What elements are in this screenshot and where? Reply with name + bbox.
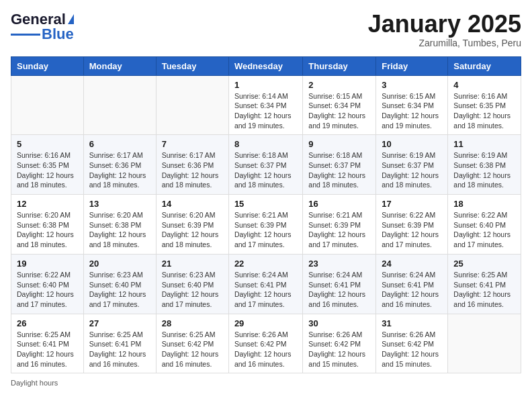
calendar-cell: 13Sunrise: 6:20 AMSunset: 6:38 PMDayligh…: [83, 195, 156, 255]
day-number: 28: [162, 318, 223, 328]
footer-text: Daylight hours: [11, 379, 58, 387]
day-number: 4: [453, 80, 515, 90]
calendar-cell: 30Sunrise: 6:26 AMSunset: 6:42 PMDayligh…: [303, 314, 376, 373]
calendar-cell: [448, 314, 521, 373]
logo-underline: [11, 34, 40, 36]
footer-note: Daylight hours: [11, 379, 521, 387]
day-number: 17: [382, 199, 442, 209]
day-detail: Sunrise: 6:20 AMSunset: 6:39 PMDaylight:…: [162, 210, 223, 250]
calendar-cell: 21Sunrise: 6:23 AMSunset: 6:40 PMDayligh…: [156, 254, 228, 314]
day-detail: Sunrise: 6:17 AMSunset: 6:36 PMDaylight:…: [89, 150, 150, 190]
calendar-cell: 7Sunrise: 6:17 AMSunset: 6:36 PMDaylight…: [156, 135, 228, 195]
calendar-cell: 15Sunrise: 6:21 AMSunset: 6:39 PMDayligh…: [228, 195, 302, 255]
day-number: 24: [382, 259, 442, 269]
day-number: 8: [234, 139, 297, 149]
calendar-cell: 5Sunrise: 6:16 AMSunset: 6:35 PMDaylight…: [11, 135, 84, 195]
day-number: 12: [17, 199, 78, 209]
logo: General Blue: [11, 11, 74, 43]
calendar-cell: 22Sunrise: 6:24 AMSunset: 6:41 PMDayligh…: [228, 254, 302, 314]
day-header-thursday: Thursday: [303, 56, 376, 75]
day-number: 30: [308, 318, 370, 328]
day-detail: Sunrise: 6:24 AMSunset: 6:41 PMDaylight:…: [308, 270, 370, 310]
day-detail: Sunrise: 6:22 AMSunset: 6:40 PMDaylight:…: [453, 210, 515, 250]
calendar-subtitle: Zarumilla, Tumbes, Peru: [368, 38, 521, 48]
day-header-sunday: Sunday: [11, 56, 84, 75]
day-detail: Sunrise: 6:26 AMSunset: 6:42 PMDaylight:…: [382, 330, 442, 369]
calendar-week-row: 12Sunrise: 6:20 AMSunset: 6:38 PMDayligh…: [11, 195, 521, 255]
calendar-cell: 2Sunrise: 6:15 AMSunset: 6:34 PMDaylight…: [303, 75, 376, 135]
calendar-cell: 25Sunrise: 6:25 AMSunset: 6:41 PMDayligh…: [448, 254, 521, 314]
day-number: 23: [308, 259, 370, 269]
day-detail: Sunrise: 6:23 AMSunset: 6:40 PMDaylight:…: [162, 270, 223, 310]
day-detail: Sunrise: 6:26 AMSunset: 6:42 PMDaylight:…: [234, 330, 297, 369]
day-number: 20: [89, 259, 150, 269]
calendar-cell: 27Sunrise: 6:25 AMSunset: 6:41 PMDayligh…: [83, 314, 156, 373]
day-detail: Sunrise: 6:19 AMSunset: 6:38 PMDaylight:…: [453, 150, 515, 190]
calendar-cell: 12Sunrise: 6:20 AMSunset: 6:38 PMDayligh…: [11, 195, 84, 255]
day-detail: Sunrise: 6:25 AMSunset: 6:41 PMDaylight:…: [17, 330, 78, 369]
calendar-cell: 23Sunrise: 6:24 AMSunset: 6:41 PMDayligh…: [303, 254, 376, 314]
day-header-monday: Monday: [83, 56, 156, 75]
calendar-cell: 9Sunrise: 6:18 AMSunset: 6:37 PMDaylight…: [303, 135, 376, 195]
day-detail: Sunrise: 6:19 AMSunset: 6:37 PMDaylight:…: [382, 150, 442, 190]
calendar-table: SundayMondayTuesdayWednesdayThursdayFrid…: [11, 56, 521, 374]
day-detail: Sunrise: 6:20 AMSunset: 6:38 PMDaylight:…: [17, 210, 78, 250]
calendar-cell: 20Sunrise: 6:23 AMSunset: 6:40 PMDayligh…: [83, 254, 156, 314]
day-number: 6: [89, 139, 150, 149]
day-number: 14: [162, 199, 223, 209]
calendar-cell: 10Sunrise: 6:19 AMSunset: 6:37 PMDayligh…: [376, 135, 448, 195]
calendar-cell: 26Sunrise: 6:25 AMSunset: 6:41 PMDayligh…: [11, 314, 84, 373]
day-number: 26: [17, 318, 78, 328]
day-detail: Sunrise: 6:18 AMSunset: 6:37 PMDaylight:…: [234, 150, 297, 190]
calendar-cell: [83, 75, 156, 135]
day-detail: Sunrise: 6:25 AMSunset: 6:41 PMDaylight:…: [453, 270, 515, 310]
day-number: 9: [308, 139, 370, 149]
calendar-cell: 4Sunrise: 6:16 AMSunset: 6:35 PMDaylight…: [448, 75, 521, 135]
calendar-cell: [156, 75, 228, 135]
day-number: 10: [382, 139, 442, 149]
day-detail: Sunrise: 6:25 AMSunset: 6:41 PMDaylight:…: [89, 330, 150, 369]
day-detail: Sunrise: 6:20 AMSunset: 6:38 PMDaylight:…: [89, 210, 150, 250]
day-number: 16: [308, 199, 370, 209]
calendar-week-row: 1Sunrise: 6:14 AMSunset: 6:34 PMDaylight…: [11, 75, 521, 135]
calendar-week-row: 5Sunrise: 6:16 AMSunset: 6:35 PMDaylight…: [11, 135, 521, 195]
day-detail: Sunrise: 6:24 AMSunset: 6:41 PMDaylight:…: [234, 270, 297, 310]
calendar-cell: 19Sunrise: 6:22 AMSunset: 6:40 PMDayligh…: [11, 254, 84, 314]
title-block: January 2025 Zarumilla, Tumbes, Peru: [368, 11, 521, 48]
day-number: 18: [453, 199, 515, 209]
calendar-cell: 3Sunrise: 6:15 AMSunset: 6:34 PMDaylight…: [376, 75, 448, 135]
day-number: 29: [234, 318, 297, 328]
day-number: 19: [17, 259, 78, 269]
calendar-week-row: 19Sunrise: 6:22 AMSunset: 6:40 PMDayligh…: [11, 254, 521, 314]
day-detail: Sunrise: 6:18 AMSunset: 6:37 PMDaylight:…: [308, 150, 370, 190]
day-number: 25: [453, 259, 515, 269]
day-number: 3: [382, 80, 442, 90]
day-detail: Sunrise: 6:16 AMSunset: 6:35 PMDaylight:…: [17, 150, 78, 190]
day-number: 13: [89, 199, 150, 209]
calendar-cell: 18Sunrise: 6:22 AMSunset: 6:40 PMDayligh…: [448, 195, 521, 255]
day-number: 22: [234, 259, 297, 269]
day-header-saturday: Saturday: [448, 56, 521, 75]
day-number: 21: [162, 259, 223, 269]
calendar-cell: 16Sunrise: 6:21 AMSunset: 6:39 PMDayligh…: [303, 195, 376, 255]
calendar-header-row: SundayMondayTuesdayWednesdayThursdayFrid…: [11, 56, 521, 75]
calendar-title: January 2025: [368, 11, 521, 38]
day-detail: Sunrise: 6:23 AMSunset: 6:40 PMDaylight:…: [89, 270, 150, 310]
day-detail: Sunrise: 6:24 AMSunset: 6:41 PMDaylight:…: [382, 270, 442, 310]
calendar-cell: 24Sunrise: 6:24 AMSunset: 6:41 PMDayligh…: [376, 254, 448, 314]
calendar-cell: 8Sunrise: 6:18 AMSunset: 6:37 PMDaylight…: [228, 135, 302, 195]
day-detail: Sunrise: 6:17 AMSunset: 6:36 PMDaylight:…: [162, 150, 223, 190]
calendar-cell: 14Sunrise: 6:20 AMSunset: 6:39 PMDayligh…: [156, 195, 228, 255]
day-number: 1: [234, 80, 297, 90]
day-detail: Sunrise: 6:15 AMSunset: 6:34 PMDaylight:…: [308, 91, 370, 131]
day-detail: Sunrise: 6:14 AMSunset: 6:34 PMDaylight:…: [234, 91, 297, 131]
day-detail: Sunrise: 6:22 AMSunset: 6:40 PMDaylight:…: [17, 270, 78, 310]
logo-triangle-icon: [68, 14, 74, 24]
day-number: 31: [382, 318, 442, 328]
day-detail: Sunrise: 6:22 AMSunset: 6:39 PMDaylight:…: [382, 210, 442, 250]
day-detail: Sunrise: 6:21 AMSunset: 6:39 PMDaylight:…: [234, 210, 297, 250]
day-number: 2: [308, 80, 370, 90]
logo-blue: Blue: [42, 26, 74, 43]
day-number: 7: [162, 139, 223, 149]
day-detail: Sunrise: 6:16 AMSunset: 6:35 PMDaylight:…: [453, 91, 515, 131]
